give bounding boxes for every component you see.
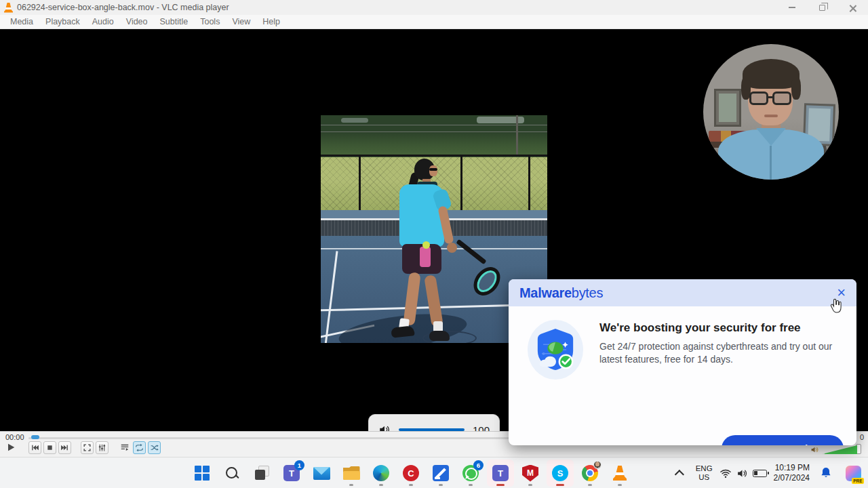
battery-icon [753, 470, 767, 477]
vlc-window: 062924-service-box-angle-back.mov - VLC … [0, 0, 868, 488]
previous-button[interactable] [28, 441, 41, 454]
window-title: 062924-service-box-angle-back.mov - VLC … [17, 3, 229, 12]
stop-button[interactable] [43, 441, 56, 454]
shuffle-icon [150, 443, 159, 452]
search-button[interactable] [218, 460, 245, 487]
play-icon [5, 442, 16, 453]
file-explorer-icon [343, 466, 360, 480]
menu-tools[interactable]: Tools [194, 17, 226, 26]
copilot-icon: PRE [846, 466, 861, 481]
task-view-button[interactable] [248, 460, 275, 487]
scanner-app-button[interactable] [427, 460, 454, 487]
menu-audio[interactable]: Audio [86, 17, 120, 26]
mcafee-button[interactable]: M [517, 460, 544, 487]
start-button[interactable] [189, 460, 216, 487]
sunglasses [429, 168, 437, 171]
close-icon [849, 4, 856, 12]
volume-value: 100 [473, 424, 490, 432]
teams-button[interactable]: T [487, 460, 514, 487]
teams-icon: T [492, 465, 509, 481]
random-button[interactable] [148, 441, 161, 454]
notification-center-button[interactable] [816, 460, 835, 487]
running-indicator [469, 484, 473, 486]
windows-volume-osd: 100 [368, 414, 500, 431]
stop-icon [46, 444, 54, 451]
next-button[interactable] [58, 441, 71, 454]
whatsapp-button[interactable]: 6 [457, 460, 484, 487]
edge-button[interactable] [368, 460, 395, 487]
fullscreen-button[interactable] [81, 441, 94, 454]
chrome-profile-avatar [593, 461, 601, 469]
restore-icon [819, 5, 825, 11]
mail-button[interactable] [308, 460, 335, 487]
running-indicator [588, 484, 592, 486]
copilot-button[interactable]: PRE [842, 460, 864, 487]
network-volume-battery-button[interactable] [719, 468, 767, 479]
system-tray: ENG US 10:19 PM 2/07/2024 [673, 458, 864, 488]
popup-body: We're boosting your security for free Ge… [509, 306, 856, 445]
vlc-cone-icon [4, 3, 13, 13]
running-indicator [349, 484, 353, 486]
get-started-button[interactable]: Get started [722, 435, 844, 445]
speaker-icon [378, 424, 391, 431]
windows-taskbar: T 1 C 6 [0, 457, 868, 488]
play-button[interactable] [3, 440, 19, 455]
language-indicator[interactable]: ENG US [696, 464, 713, 482]
scanner-icon [433, 465, 449, 481]
menu-view[interactable]: View [226, 17, 256, 26]
next-icon [60, 443, 69, 452]
tray-speaker-icon [736, 468, 748, 479]
edge-icon [373, 465, 389, 481]
mail-icon [313, 467, 330, 480]
running-indicator [528, 484, 532, 486]
menu-help[interactable]: Help [256, 17, 286, 26]
popup-message: Get 24/7 protection against cyberthreats… [599, 340, 841, 366]
webcam-overlay [703, 44, 839, 180]
ccleaner-button[interactable]: C [397, 460, 425, 487]
running-indicator-active [496, 484, 505, 486]
clock[interactable]: 10:19 PM 2/07/2024 [774, 463, 810, 483]
playlist-button[interactable] [118, 441, 131, 454]
running-indicator [439, 484, 443, 486]
teams-chat-button[interactable]: T 1 [278, 460, 305, 487]
windows-start-icon [195, 466, 210, 481]
vlc-volume-control[interactable] [810, 444, 861, 454]
vlc-speaker-icon [810, 445, 819, 454]
utility-pole [516, 115, 518, 156]
ccleaner-icon: C [403, 465, 419, 481]
seek-handle[interactable] [31, 435, 39, 439]
popup-title: We're boosting your security for free [599, 321, 801, 335]
menu-media[interactable]: Media [4, 17, 39, 26]
menu-subtitle[interactable]: Subtitle [154, 17, 195, 26]
title-bar: 062924-service-box-angle-back.mov - VLC … [0, 0, 868, 15]
minimize-icon [789, 7, 795, 8]
menu-video[interactable]: Video [120, 17, 154, 26]
running-indicator-active [556, 484, 564, 486]
skype-button[interactable]: S [547, 460, 574, 487]
minimize-button[interactable] [776, 0, 807, 15]
security-shield-icon [528, 320, 583, 380]
loop-icon [135, 443, 144, 452]
tennis-ball [422, 241, 430, 249]
skype-icon: S [552, 465, 568, 481]
file-explorer-button[interactable] [338, 460, 365, 487]
vlc-icon [613, 466, 627, 481]
restore-button[interactable] [807, 0, 837, 15]
chevron-up-icon [674, 470, 684, 479]
whatsapp-badge: 6 [473, 460, 484, 470]
teams-chat-badge: 1 [294, 460, 304, 470]
tray-time: 10:19 PM [774, 463, 810, 473]
copilot-preview-badge: PRE [852, 478, 863, 484]
menu-playback[interactable]: Playback [39, 17, 86, 26]
hidden-icons-button[interactable] [673, 460, 689, 487]
total-time: 0 [860, 433, 864, 441]
running-indicator [618, 484, 622, 486]
chrome-button[interactable] [576, 460, 604, 487]
vlc-button[interactable] [606, 460, 633, 487]
vlc-volume-slider[interactable] [822, 445, 857, 454]
extended-settings-button[interactable] [96, 441, 108, 454]
running-indicator [379, 484, 383, 486]
task-view-icon [254, 465, 270, 481]
close-button[interactable] [837, 0, 868, 15]
loop-button[interactable] [133, 441, 146, 454]
